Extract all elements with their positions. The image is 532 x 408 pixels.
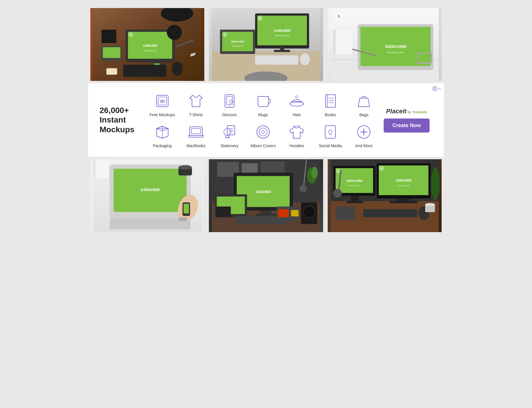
social-media-label: Social Media	[319, 143, 342, 148]
close-icon[interactable]: ×	[439, 86, 441, 91]
t-shirts-item[interactable]: T-Shirts	[182, 92, 210, 117]
svg-text:1440x900: 1440x900	[396, 178, 411, 182]
svg-rect-28	[274, 50, 290, 52]
packaging-label: Packaging	[153, 143, 172, 148]
packaging-item[interactable]: Packaging	[148, 123, 177, 148]
svg-rect-37	[255, 55, 298, 65]
macbooks-label: MacBooks	[187, 143, 205, 148]
bags-item[interactable]: Bags	[350, 92, 378, 117]
hats-item[interactable]: Hats	[282, 92, 311, 117]
svg-rect-152	[363, 209, 417, 217]
bags-label: Bags	[359, 112, 368, 117]
svg-rect-15	[123, 65, 166, 77]
svg-rect-50	[418, 54, 431, 62]
top-image-2[interactable]: 1440x900 Mockuper.net 2 1920x1080 Mockup…	[207, 6, 325, 83]
top-image-grid: 1440x900 Mockuper.net 1	[88, 6, 444, 83]
bottom-image-2[interactable]: 1440x900	[207, 157, 325, 234]
bottom-image-1[interactable]: 1440x900	[88, 157, 207, 234]
svg-point-90	[262, 131, 265, 133]
svg-text:3D: 3D	[160, 99, 165, 104]
svg-rect-104	[94, 159, 108, 178]
top-image-1[interactable]: 1440x900 Mockuper.net 1	[88, 6, 207, 83]
svg-rect-154	[336, 207, 355, 220]
svg-text:Mockuper.net: Mockuper.net	[347, 184, 361, 187]
svg-point-88	[257, 126, 269, 138]
svg-point-16	[172, 62, 182, 76]
svg-text:2: 2	[380, 167, 382, 170]
svg-line-77	[162, 129, 168, 131]
ad-banner: ⓘ × 26,000+InstantMockups 3D Free	[88, 83, 444, 157]
svg-point-124	[300, 184, 307, 192]
placeit-text: Placeit	[386, 108, 406, 115]
album-covers-item[interactable]: Album Covers	[249, 123, 277, 148]
books-item[interactable]: Books	[316, 92, 345, 117]
bottom-image-3[interactable]: 1440x900 Mockuper.net 2 1920x1080 Mockup…	[325, 157, 444, 234]
ad-title: 26,000+InstantMockups	[100, 106, 145, 135]
hats-label: Hats	[293, 112, 301, 117]
svg-point-126	[311, 167, 318, 178]
svg-text:1920x1080: 1920x1080	[231, 40, 244, 43]
svg-rect-103	[179, 217, 187, 221]
macbooks-item[interactable]: MacBooks	[182, 123, 210, 148]
svg-text:1: 1	[337, 170, 339, 173]
free-mockups-item[interactable]: 3D Free Mockups	[148, 92, 177, 117]
and-more-item[interactable]: And More	[350, 123, 378, 148]
devices-item[interactable]: Devices	[215, 92, 244, 117]
placeit-logo: Placeit by ✦envato	[386, 108, 427, 115]
ad-icons-grid: 3D Free Mockups T-Shirts	[145, 92, 381, 148]
svg-rect-53	[333, 30, 336, 54]
svg-line-76	[157, 129, 162, 131]
svg-rect-69	[326, 95, 335, 107]
svg-rect-119	[255, 214, 277, 216]
svg-text:Mockuper.net: Mockuper.net	[144, 49, 157, 52]
hoodies-label: Hoodies	[289, 143, 304, 148]
svg-text:Mockuper.net: Mockuper.net	[397, 184, 410, 187]
svg-text:1440x900: 1440x900	[143, 44, 157, 47]
svg-rect-150	[351, 196, 359, 202]
svg-rect-131	[278, 209, 289, 217]
t-shirts-label: T-Shirts	[189, 112, 203, 117]
bottom-image-grid: 1440x900	[88, 157, 444, 234]
svg-point-108	[178, 165, 192, 170]
album-covers-label: Album Covers	[251, 143, 276, 148]
svg-rect-91	[325, 126, 335, 138]
svg-rect-13	[102, 30, 117, 43]
ad-icons-row-2: Packaging MacBooks	[145, 123, 381, 148]
svg-point-157	[431, 167, 440, 200]
svg-point-156	[333, 189, 342, 197]
svg-rect-129	[216, 207, 231, 217]
svg-rect-102	[184, 204, 189, 213]
svg-text:1440x900: 1440x900	[141, 187, 160, 192]
placeit-by: by	[406, 110, 412, 114]
svg-text:1440x900: 1440x900	[274, 28, 291, 33]
svg-text:2: 2	[259, 17, 261, 20]
svg-text:1920x1080: 1920x1080	[346, 179, 362, 182]
mugs-item[interactable]: Mugs	[249, 92, 277, 117]
svg-rect-79	[191, 129, 201, 134]
svg-rect-132	[291, 210, 298, 217]
svg-rect-151	[347, 201, 363, 203]
svg-point-68	[296, 96, 298, 98]
svg-line-83	[228, 135, 229, 138]
svg-text:Mockuper.net: Mockuper.net	[232, 45, 243, 47]
svg-rect-18	[106, 68, 117, 75]
svg-rect-10	[103, 47, 120, 58]
stationery-item[interactable]: Stationery	[215, 123, 244, 148]
create-now-button[interactable]: Create Now	[384, 118, 429, 133]
svg-text:1: 1	[224, 33, 226, 36]
devices-label: Devices	[222, 112, 237, 117]
top-image-3[interactable]: 1920x1080 Mockuper.net 1	[325, 6, 444, 83]
placeit-envato: ✦envato	[412, 110, 427, 114]
placeit-box: Placeit by ✦envato Create Now	[381, 108, 432, 133]
and-more-label: And More	[355, 143, 373, 148]
svg-rect-58	[227, 96, 232, 104]
svg-text:Mockuper.net: Mockuper.net	[387, 51, 404, 54]
info-icon[interactable]: ⓘ	[432, 86, 438, 91]
svg-text:1920x1080: 1920x1080	[385, 44, 406, 49]
mugs-label: Mugs	[258, 112, 268, 117]
svg-text:Mockuper.net: Mockuper.net	[275, 34, 290, 37]
svg-rect-99	[110, 219, 191, 230]
hoodies-item[interactable]: Hoodies	[282, 123, 311, 148]
stationery-label: Stationery	[220, 143, 238, 148]
social-media-item[interactable]: Social Media	[316, 123, 345, 148]
